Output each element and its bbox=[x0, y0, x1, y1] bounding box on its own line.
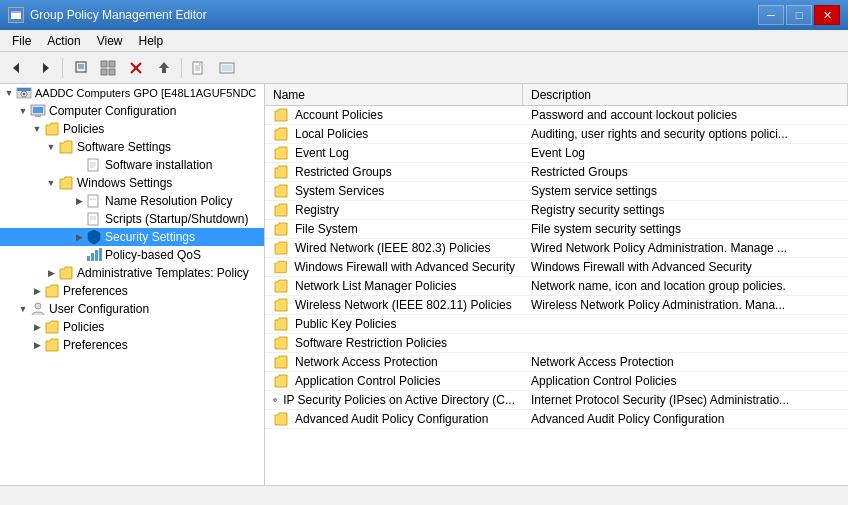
menu-file[interactable]: File bbox=[4, 32, 39, 50]
up-button[interactable] bbox=[67, 56, 93, 80]
ss-expander[interactable]: ▼ bbox=[44, 140, 58, 154]
pref-uc-expander[interactable]: ▶ bbox=[30, 338, 44, 352]
scripts-expander[interactable]: ▶ bbox=[72, 212, 86, 226]
list-row[interactable]: Event LogEvent Log bbox=[265, 144, 848, 163]
uc-expander[interactable]: ▼ bbox=[16, 302, 30, 316]
list-cell-desc: Network name, icon and location group po… bbox=[523, 278, 848, 294]
list-cell-name: Wired Network (IEEE 802.3) Policies bbox=[265, 239, 523, 257]
row-name-text: Local Policies bbox=[295, 127, 368, 141]
software-installation-label: Software installation bbox=[105, 158, 212, 172]
row-name-text: Application Control Policies bbox=[295, 374, 440, 388]
title-bar-left: Group Policy Management Editor bbox=[8, 7, 207, 23]
cc-expander[interactable]: ▼ bbox=[16, 104, 30, 118]
row-name-text: Restricted Groups bbox=[295, 165, 392, 179]
list-cell-desc: Password and account lockout policies bbox=[523, 107, 848, 123]
policies-cc-icon bbox=[44, 121, 60, 137]
toolbar-sep-2 bbox=[181, 58, 182, 78]
admin-templates-label: Administrative Templates: Policy bbox=[77, 266, 249, 280]
list-row[interactable]: Public Key Policies bbox=[265, 315, 848, 334]
maximize-button[interactable]: □ bbox=[786, 5, 812, 25]
pref-cc-expander[interactable]: ▶ bbox=[30, 284, 44, 298]
menu-action[interactable]: Action bbox=[39, 32, 88, 50]
list-row[interactable]: Wireless Network (IEEE 802.11) PoliciesW… bbox=[265, 296, 848, 315]
tree-preferences-cc[interactable]: ▶ Preferences bbox=[0, 282, 264, 300]
uc-label: User Configuration bbox=[49, 302, 149, 316]
list-row[interactable]: Wired Network (IEEE 802.3) PoliciesWired… bbox=[265, 239, 848, 258]
list-row[interactable]: File SystemFile system security settings bbox=[265, 220, 848, 239]
list-row[interactable]: Restricted GroupsRestricted Groups bbox=[265, 163, 848, 182]
root-expander[interactable]: ▼ bbox=[2, 86, 16, 100]
row-name-text: Event Log bbox=[295, 146, 349, 160]
list-row[interactable]: Application Control PoliciesApplication … bbox=[265, 372, 848, 391]
svg-rect-42 bbox=[274, 399, 276, 401]
list-row[interactable]: Software Restriction Policies bbox=[265, 334, 848, 353]
list-cell-desc: Network Access Protection bbox=[523, 354, 848, 370]
tree-scripts[interactable]: ▶ Scripts (Startup/Shutdown) bbox=[0, 210, 264, 228]
list-row[interactable]: Account PoliciesPassword and account loc… bbox=[265, 106, 848, 125]
folder-icon bbox=[273, 411, 289, 427]
tree-policies-uc[interactable]: ▶ Policies bbox=[0, 318, 264, 336]
list-row[interactable]: Local PoliciesAuditing, user rights and … bbox=[265, 125, 848, 144]
scripts-icon bbox=[86, 211, 102, 227]
preferences-uc-icon bbox=[44, 337, 60, 353]
tree-windows-settings[interactable]: ▼ Windows Settings bbox=[0, 174, 264, 192]
properties-button[interactable] bbox=[214, 56, 240, 80]
new-button[interactable] bbox=[186, 56, 212, 80]
minimize-button[interactable]: ─ bbox=[758, 5, 784, 25]
list-cell-name: Public Key Policies bbox=[265, 315, 523, 333]
preferences-cc-icon bbox=[44, 283, 60, 299]
folder-icon bbox=[273, 221, 289, 237]
si-expander[interactable]: ▶ bbox=[72, 158, 86, 172]
tree-policies-cc[interactable]: ▼ Policies bbox=[0, 120, 264, 138]
folder-icon bbox=[273, 373, 289, 389]
windows-settings-label: Windows Settings bbox=[77, 176, 172, 190]
list-cell-desc: File system security settings bbox=[523, 221, 848, 237]
list-row[interactable]: Network List Manager PoliciesNetwork nam… bbox=[265, 277, 848, 296]
delete-button[interactable] bbox=[123, 56, 149, 80]
list-row[interactable]: RegistryRegistry security settings bbox=[265, 201, 848, 220]
row-name-text: File System bbox=[295, 222, 358, 236]
back-button[interactable] bbox=[4, 56, 30, 80]
tree-software-installation[interactable]: ▶ Software installation bbox=[0, 156, 264, 174]
svg-point-24 bbox=[23, 93, 26, 96]
policies-cc-expander[interactable]: ▼ bbox=[30, 122, 44, 136]
nr-expander[interactable]: ▶ bbox=[72, 194, 86, 208]
list-row[interactable]: Advanced Audit Policy ConfigurationAdvan… bbox=[265, 410, 848, 429]
export-button[interactable] bbox=[151, 56, 177, 80]
tree-name-resolution[interactable]: ▶ Name Resolution Policy bbox=[0, 192, 264, 210]
list-row[interactable]: IP Security Policies on Active Directory… bbox=[265, 391, 848, 410]
list-row[interactable]: Windows Firewall with Advanced SecurityW… bbox=[265, 258, 848, 277]
at-expander[interactable]: ▶ bbox=[44, 266, 58, 280]
row-name-text: Windows Firewall with Advanced Security bbox=[294, 260, 515, 274]
policies-uc-expander[interactable]: ▶ bbox=[30, 320, 44, 334]
menu-view[interactable]: View bbox=[89, 32, 131, 50]
forward-button[interactable] bbox=[32, 56, 58, 80]
tree-admin-templates[interactable]: ▶ Administrative Templates: Policy bbox=[0, 264, 264, 282]
header-desc[interactable]: Description bbox=[523, 84, 848, 105]
list-row[interactable]: System ServicesSystem service settings bbox=[265, 182, 848, 201]
tree-computer-config[interactable]: ▼ Computer Configuration bbox=[0, 102, 264, 120]
list-cell-name: Network Access Protection bbox=[265, 353, 523, 371]
list-row[interactable]: Network Access ProtectionNetwork Access … bbox=[265, 353, 848, 372]
list-cell-desc: Wired Network Policy Administration. Man… bbox=[523, 240, 848, 256]
header-name[interactable]: Name bbox=[265, 84, 523, 105]
scripts-label: Scripts (Startup/Shutdown) bbox=[105, 212, 248, 226]
folder-icon bbox=[273, 316, 289, 332]
toolbar-sep-1 bbox=[62, 58, 63, 78]
tree-policy-qos[interactable]: ▶ Policy-based QoS bbox=[0, 246, 264, 264]
close-button[interactable]: ✕ bbox=[814, 5, 840, 25]
tree-root[interactable]: ▼ AADDC Computers GPO [E48L1AGUF5NDC bbox=[0, 84, 264, 102]
menu-help[interactable]: Help bbox=[131, 32, 172, 50]
view-toggle[interactable] bbox=[95, 56, 121, 80]
qos-label: Policy-based QoS bbox=[105, 248, 201, 262]
tree-user-config[interactable]: ▼ User Configuration bbox=[0, 300, 264, 318]
folder-icon bbox=[273, 145, 289, 161]
sec-expander[interactable]: ▶ bbox=[72, 230, 86, 244]
tree-software-settings[interactable]: ▼ Software Settings bbox=[0, 138, 264, 156]
qos-expander[interactable]: ▶ bbox=[72, 248, 86, 262]
ws-expander[interactable]: ▼ bbox=[44, 176, 58, 190]
list-cell-desc: Restricted Groups bbox=[523, 164, 848, 180]
tree-preferences-uc[interactable]: ▶ Preferences bbox=[0, 336, 264, 354]
tree-pane: ▼ AADDC Computers GPO [E48L1AGUF5NDC ▼ C… bbox=[0, 84, 265, 485]
tree-security-settings[interactable]: ▶ Security Settings bbox=[0, 228, 264, 246]
